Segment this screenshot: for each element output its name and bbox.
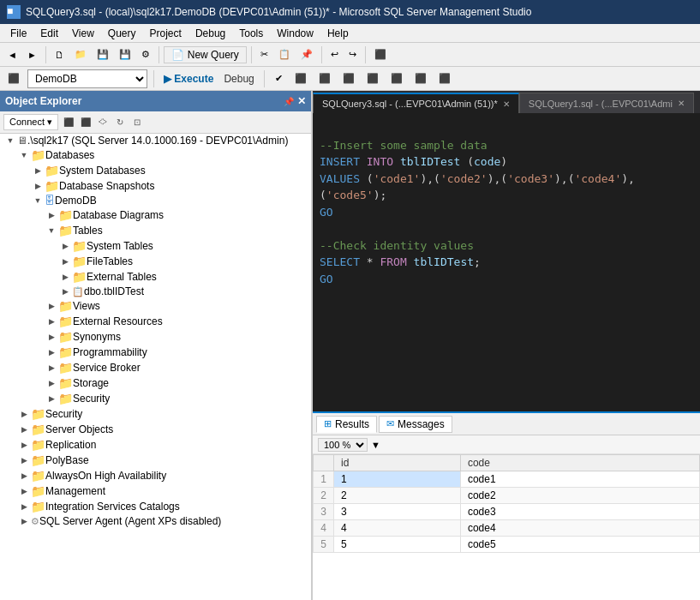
toolbar-icon-1[interactable]: 🗋 (51, 47, 69, 63)
tree-node[interactable]: ▶📁 Synonyms (0, 329, 311, 345)
toolbar2-icon-9[interactable]: ⬛ (434, 70, 455, 87)
tree-node[interactable]: ▶📁 Server Objects (0, 422, 311, 437)
expand-icon[interactable]: ▶ (17, 425, 31, 434)
toolbar2-icon-1[interactable]: ⬛ (3, 70, 24, 87)
toolbar2-icon-2[interactable]: ✔ (271, 70, 287, 87)
tree-node[interactable]: ▶📁 External Tables (0, 269, 311, 285)
expand-icon[interactable]: ▶ (45, 363, 58, 372)
tree-node[interactable]: ▶📁 External Resources (0, 314, 311, 329)
cell-id[interactable]: 1 (334, 471, 461, 488)
results-tab[interactable]: ⊞Results (316, 416, 377, 433)
tree-node[interactable]: ▶📁 System Tables (0, 238, 311, 254)
tree-node[interactable]: ▶📁 Storage (0, 375, 311, 391)
expand-icon[interactable]: ▼ (17, 151, 31, 159)
tree-node[interactable]: ▼📁 Databases (0, 147, 311, 163)
expand-icon[interactable]: ▶ (45, 333, 58, 341)
expand-icon[interactable]: ▶ (17, 441, 31, 449)
cell-id[interactable]: 4 (334, 520, 461, 537)
expand-icon[interactable]: ▶ (45, 379, 58, 387)
connect-button[interactable]: Connect ▾ (3, 114, 58, 130)
results-grid[interactable]: id code 11code122code233code344code455co… (313, 454, 700, 600)
toolbar2-icon-4[interactable]: ⬛ (314, 70, 335, 87)
zoom-dropdown-arrow[interactable]: ▼ (371, 440, 380, 450)
new-query-button[interactable]: 📄 New Query (164, 46, 247, 63)
expand-icon[interactable]: ▶ (45, 302, 58, 310)
toolbar-icon-7[interactable]: 📋 (274, 46, 295, 63)
cell-code[interactable]: code4 (460, 520, 699, 537)
tree-node[interactable]: ▶📁 Database Snapshots (0, 178, 311, 194)
refresh-icon[interactable]: ↻ (113, 116, 127, 129)
table-row[interactable]: 11code1 (314, 471, 700, 488)
expand-icon[interactable]: ▶ (31, 182, 45, 190)
redo-button[interactable]: ↪ (344, 46, 361, 63)
tree-node[interactable]: ▶📁 Programmability (0, 345, 311, 360)
toolbar2-icon-7[interactable]: ⬛ (386, 70, 407, 87)
expand-icon[interactable]: ▶ (58, 242, 72, 250)
menu-tools[interactable]: Tools (232, 26, 270, 41)
toolbar2-icon-3[interactable]: ⬛ (290, 70, 311, 87)
zoom-selector[interactable]: 100 % (318, 438, 368, 452)
tree-node[interactable]: ▶📁 Management (0, 483, 311, 499)
execute-button[interactable]: ▶ Execute (160, 71, 217, 87)
expand-icon[interactable]: ▼ (31, 196, 45, 205)
filter-icon[interactable]: ⧼⧽ (96, 116, 110, 129)
table-row[interactable]: 33code3 (314, 504, 700, 520)
tree-node[interactable]: ▶📁 Integration Services Catalogs (0, 499, 311, 514)
tree-node[interactable]: ▶📁 Security (0, 406, 311, 422)
toolbar-icon-2[interactable]: 📁 (70, 46, 91, 63)
tree-node[interactable]: ▶📁 FileTables (0, 254, 311, 269)
toolbar-icon-4[interactable]: 💾 (115, 46, 135, 63)
expand-icon[interactable]: ▼ (3, 136, 17, 145)
tree-node[interactable]: ▶📋 dbo.tblIDTest (0, 285, 311, 298)
table-row[interactable]: 22code2 (314, 488, 700, 504)
expand-icon[interactable]: ▶ (45, 394, 58, 403)
tree-node[interactable]: ▶⚙ SQL Server Agent (Agent XPs disabled) (0, 514, 311, 528)
editor-area[interactable]: --Insert some sample data INSERT INTO tb… (313, 113, 700, 411)
tree-node[interactable]: ▼📁 Tables (0, 223, 311, 238)
toolbar-icon-8[interactable]: 📌 (296, 46, 317, 63)
editor-tab[interactable]: SQLQuery1.sql - (...EVPC01\Admi✕ (519, 93, 694, 113)
cell-id[interactable]: 2 (334, 488, 461, 504)
oe-tool-icon-3[interactable]: ⊡ (130, 116, 144, 129)
menu-debug[interactable]: Debug (188, 26, 232, 41)
toolbar2-icon-5[interactable]: ⬛ (338, 70, 359, 87)
toolbar2-icon-8[interactable]: ⬛ (410, 70, 431, 87)
tree-node[interactable]: ▶📁 Database Diagrams (0, 207, 311, 223)
menu-project[interactable]: Project (143, 26, 188, 41)
tree-node[interactable]: ▶📁 Replication (0, 437, 311, 453)
expand-icon[interactable]: ▼ (45, 226, 58, 235)
cell-id[interactable]: 5 (334, 537, 461, 553)
expand-icon[interactable]: ▶ (45, 348, 58, 357)
back-button[interactable]: ◄ (3, 47, 21, 63)
toolbar-icon-6[interactable]: ✂ (256, 46, 272, 63)
pin-button[interactable]: 📌 (284, 97, 294, 106)
menu-view[interactable]: View (65, 26, 101, 41)
results-tab[interactable]: ✉Messages (379, 416, 452, 433)
tab-close-button[interactable]: ✕ (503, 99, 510, 109)
tree-node[interactable]: ▼🗄 DemoDB (0, 194, 311, 207)
tree-node[interactable]: ▶📁 Views (0, 298, 311, 314)
expand-icon[interactable]: ▶ (17, 487, 31, 495)
col-id[interactable]: id (334, 455, 461, 471)
menu-window[interactable]: Window (270, 26, 320, 41)
cell-id[interactable]: 3 (334, 504, 461, 520)
close-object-explorer-button[interactable]: ✕ (297, 95, 306, 107)
oe-tool-icon-1[interactable]: ⬛ (62, 116, 75, 129)
expand-icon[interactable]: ▶ (17, 517, 31, 525)
menu-file[interactable]: File (3, 26, 33, 41)
cell-code[interactable]: code5 (460, 537, 699, 553)
oe-tool-icon-2[interactable]: ⬛ (79, 116, 93, 129)
expand-icon[interactable]: ▶ (17, 502, 31, 511)
database-selector[interactable]: DemoDB (27, 69, 147, 88)
toolbar-icon-9[interactable]: ⬛ (370, 46, 391, 63)
expand-icon[interactable]: ▶ (58, 287, 72, 296)
expand-icon[interactable]: ▶ (58, 273, 72, 281)
editor-tab[interactable]: SQLQuery3.sql - (...EVPC01\Admin (51))*✕ (313, 93, 519, 113)
cell-code[interactable]: code2 (460, 488, 699, 504)
debug-button[interactable]: Debug (220, 71, 257, 87)
expand-icon[interactable]: ▶ (45, 317, 58, 326)
cell-code[interactable]: code1 (460, 471, 699, 488)
menu-edit[interactable]: Edit (33, 26, 65, 41)
tree-node[interactable]: ▼🖥 .\sql2k17 (SQL Server 14.0.1000.169 -… (0, 134, 311, 147)
toolbar2-icon-6[interactable]: ⬛ (362, 70, 383, 87)
